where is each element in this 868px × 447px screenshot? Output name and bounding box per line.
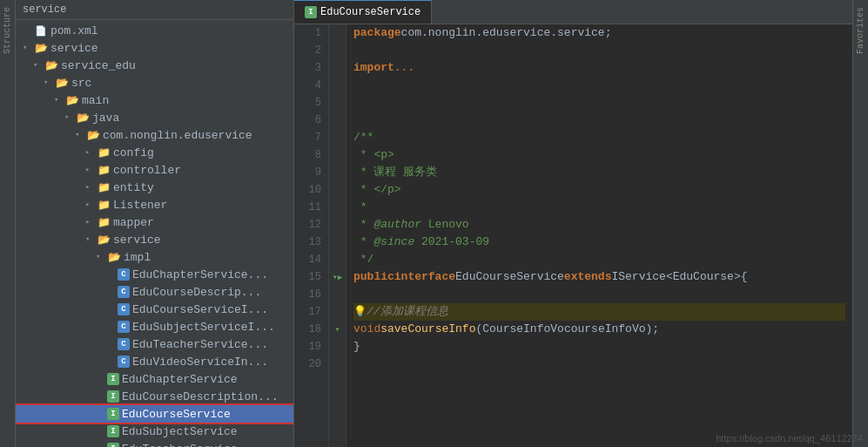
class-c-icon-EduVideoServiceImpl: C (118, 356, 130, 368)
gutter-cell-10 (329, 181, 346, 199)
tree-item-java[interactable]: 📂java (16, 109, 293, 126)
code-line-1: package com.nonglin.eduservice.service; (353, 24, 845, 42)
code-line-5 (353, 94, 845, 112)
code-area[interactable]: package com.nonglin.eduservice.service;i… (347, 24, 852, 447)
tree-label-EduChapterService-i: EduChapterService (122, 373, 238, 386)
gutter-cell-14 (329, 251, 346, 268)
tree-arrow-controller (85, 165, 96, 175)
class-c-icon-EduChapterServiceImpl: C (118, 268, 130, 281)
line-number-11: 11 (301, 199, 321, 216)
code-line-11: * (353, 199, 845, 216)
editor-panel: I EduCourseService 123456789101112131415… (294, 0, 852, 447)
code-line-15: public interface EduCourseService extend… (353, 268, 845, 286)
tree-item-controller[interactable]: 📁controller (16, 161, 293, 179)
structure-tab[interactable]: Structure (1, 0, 14, 61)
line-number-16: 16 (301, 286, 321, 303)
class-c-icon-EduCourseServiceImpl: C (118, 303, 130, 315)
tree-arrow-entity (85, 182, 96, 193)
tree-label-main: main (82, 94, 109, 107)
tree-item-service[interactable]: 📂service (16, 39, 293, 57)
tree-item-main[interactable]: 📂main (16, 91, 293, 109)
line-number-10: 10 (301, 181, 321, 199)
tree-label-EduTeacherService-i: EduTeacherService (122, 443, 238, 448)
tree-item-EduTeacherServiceImpl[interactable]: CEduTeacherService... (16, 335, 293, 353)
gutter-cell-17 (329, 303, 346, 321)
gutter-cell-11 (329, 199, 346, 216)
tree-label-controller: controller (113, 164, 181, 177)
line-number-9: 9 (301, 164, 321, 181)
tree-arrow-config (85, 147, 96, 158)
file-icon-pom-xml: 📄 (34, 24, 48, 37)
folder-icon-impl: 📂 (107, 250, 121, 264)
tree-label-entity: entity (113, 181, 154, 194)
tree-item-service-folder[interactable]: 📂service (16, 231, 293, 248)
tree-item-entity[interactable]: 📁entity (16, 179, 293, 196)
tree-item-EduTeacherService-i[interactable]: IEduTeacherService (16, 440, 293, 447)
gutter-cell-8 (329, 146, 346, 164)
gutter-cell-16 (329, 286, 346, 303)
folder-icon-service-edu: 📂 (44, 58, 58, 72)
tree-item-EduVideoServiceImpl[interactable]: CEduVideoServiceIn... (16, 353, 293, 370)
run-icon-15[interactable]: ▶ (338, 273, 342, 282)
tree-item-EduChapterServiceImpl[interactable]: CEduChapterService... (16, 266, 293, 283)
class-i-icon-EduChapterService-i: I (107, 373, 119, 385)
tree-label-listener: Listener (113, 199, 167, 212)
code-line-3: import ... (353, 59, 845, 77)
tree-arrow-com-nonglin-eduservice (75, 130, 85, 140)
tree-label-EduCourseService-i: EduCourseService (122, 408, 231, 421)
gutter-cell-5 (329, 94, 346, 112)
active-tab[interactable]: I EduCourseService (294, 0, 432, 24)
line-number-18: 18 (301, 321, 321, 338)
class-c-icon-EduTeacherServiceImpl: C (118, 338, 130, 350)
tab-class-icon: I (305, 6, 317, 18)
gutter-cell-18: ▾ (329, 321, 346, 338)
tree-label-EduSubjectServiceImpl: EduSubjectServiceI... (132, 321, 275, 334)
tree-label-EduChapterServiceImpl: EduChapterService... (132, 268, 268, 281)
left-side-tabs: Structure (0, 0, 16, 447)
tree-label-EduCourseServiceImpl: EduCourseServiceI... (132, 303, 268, 316)
tree-item-service-edu[interactable]: 📂service_edu (16, 57, 293, 74)
class-i-icon-EduCourseDescI: I (107, 390, 119, 403)
tree-arrow-service-edu (33, 60, 44, 71)
tree-item-EduCourseDescI[interactable]: IEduCourseDescription... (16, 388, 293, 405)
tree-item-impl[interactable]: 📂impl (16, 248, 293, 266)
folder-icon-java: 📂 (76, 111, 90, 125)
fold-icon-18[interactable]: ▾ (334, 324, 340, 335)
gutter-cell-6 (329, 112, 346, 129)
tree-label-com-nonglin-eduservice: com.nonglin.eduservice (103, 129, 252, 142)
class-i-icon-EduSubjectService-i: I (107, 425, 119, 437)
tree-label-config: config (113, 146, 154, 159)
tree-container[interactable]: 📄pom.xml📂service📂service_edu📂src📂main📂ja… (16, 20, 293, 447)
gutter-cell-2 (329, 42, 346, 59)
class-i-icon-EduCourseService-i: I (107, 408, 119, 420)
line-number-15: 15 (301, 268, 321, 286)
gutter-cell-15: ▾▶ (329, 268, 346, 286)
favorites-tab[interactable]: Favorites (854, 0, 867, 61)
tree-item-EduSubjectService-i[interactable]: IEduSubjectService (16, 423, 293, 440)
tree-label-mapper: mapper (113, 216, 154, 229)
folder-icon-src: 📂 (55, 76, 69, 90)
tree-item-EduCourseServiceImpl[interactable]: CEduCourseServiceI... (16, 301, 293, 318)
tree-item-com-nonglin-eduservice[interactable]: 📂com.nonglin.eduservice (16, 126, 293, 144)
tree-item-EduSubjectServiceImpl[interactable]: CEduSubjectServiceI... (16, 318, 293, 335)
tree-arrow-impl (96, 252, 106, 262)
tree-item-src[interactable]: 📂src (16, 74, 293, 91)
tree-label-pom-xml: pom.xml (50, 24, 98, 37)
line-number-1: 1 (301, 24, 321, 42)
code-line-13: * @since 2021-03-09 (353, 234, 845, 251)
tree-item-mapper[interactable]: 📁mapper (16, 213, 293, 231)
tree-item-EduCourseService-i[interactable]: IEduCourseService (16, 405, 293, 423)
tree-item-pom-xml[interactable]: 📄pom.xml (16, 22, 293, 39)
tree-item-listener[interactable]: 📁Listener (16, 196, 293, 213)
class-c-icon-EduSubjectServiceImpl: C (118, 321, 130, 333)
tree-label-EduCourseDescImpl: EduCourseDescrip... (132, 286, 261, 299)
tree-label-service-folder: service (113, 234, 161, 247)
code-line-8: * <p> (353, 146, 845, 164)
class-i-icon-EduTeacherService-i: I (107, 443, 119, 447)
tree-label-impl: impl (124, 251, 151, 264)
tree-label-EduSubjectService-i: EduSubjectService (122, 425, 238, 438)
folder-icon-main: 📂 (65, 93, 79, 107)
tree-item-EduCourseDescImpl[interactable]: CEduCourseDescrip... (16, 283, 293, 301)
tree-item-config[interactable]: 📁config (16, 144, 293, 161)
tree-item-EduChapterService-i[interactable]: IEduChapterService (16, 370, 293, 388)
